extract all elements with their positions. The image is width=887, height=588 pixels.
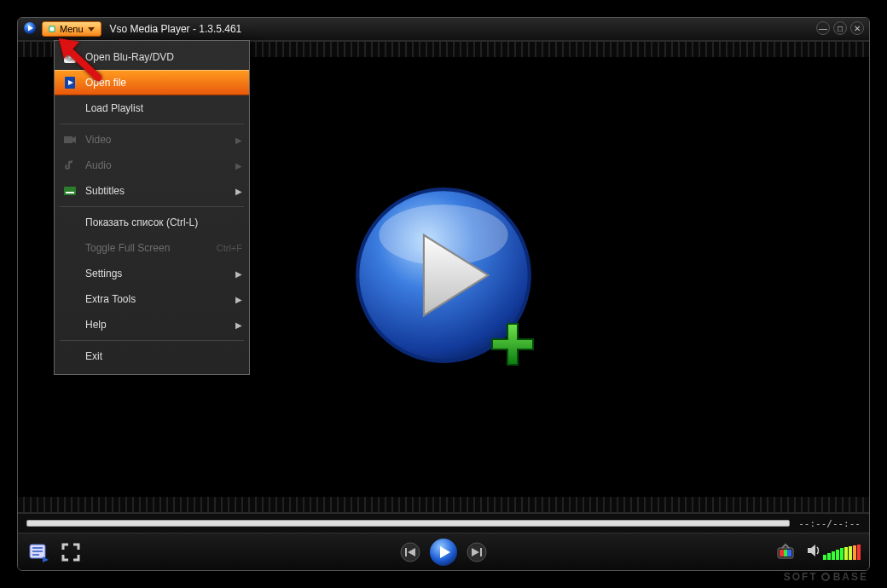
- menu-separator: [60, 206, 244, 207]
- app-window: Menu Vso Media Player - 1.3.5.461 — □ ✕ …: [17, 17, 870, 571]
- video-icon: [61, 133, 78, 147]
- svg-rect-13: [64, 187, 76, 195]
- control-bar: [18, 533, 869, 570]
- menu-item-label: Help: [85, 319, 107, 331]
- svg-marker-4: [88, 27, 95, 32]
- window-title: Vso Media Player - 1.3.5.461: [110, 23, 242, 35]
- submenu-arrow-icon: ▶: [235, 295, 242, 304]
- submenu-arrow-icon: ▶: [235, 187, 242, 196]
- menu-item-label: Audio: [85, 159, 112, 171]
- time-display: --:--/--:--: [798, 519, 861, 528]
- svg-point-8: [69, 56, 72, 59]
- app-icon: [23, 21, 37, 37]
- play-button[interactable]: [429, 538, 458, 567]
- next-button[interactable]: [465, 540, 489, 564]
- speaker-icon: [806, 543, 821, 562]
- chevron-down-icon: [87, 25, 96, 33]
- menu-item-audio: Audio ▶: [55, 153, 249, 178]
- svg-rect-32: [780, 550, 784, 556]
- titlebar: Menu Vso Media Player - 1.3.5.461 — □ ✕: [18, 18, 869, 40]
- playlist-button[interactable]: [26, 540, 50, 564]
- menu-item-open-file[interactable]: Open file: [55, 70, 249, 95]
- plus-icon: [487, 319, 538, 373]
- submenu-arrow-icon: ▶: [235, 161, 242, 170]
- svg-rect-11: [64, 136, 72, 143]
- svg-rect-30: [480, 548, 482, 556]
- menu-separator: [60, 340, 244, 341]
- menu-item-label: Video: [85, 134, 111, 146]
- svg-rect-14: [66, 192, 74, 193]
- menu-item-extra-tools[interactable]: Extra Tools ▶: [55, 286, 249, 312]
- play-add-button[interactable]: [354, 186, 533, 368]
- seek-bar: --:--/--:--: [18, 514, 869, 533]
- maximize-button[interactable]: □: [833, 21, 847, 35]
- note-icon: [61, 159, 78, 172]
- menu-item-exit[interactable]: Exit: [55, 343, 249, 369]
- menu-item-open-bluray[interactable]: Open Blu-Ray/DVD: [55, 44, 249, 70]
- menu-item-load-playlist[interactable]: Load Playlist: [55, 95, 249, 121]
- menu-item-settings[interactable]: Settings ▶: [55, 261, 249, 286]
- main-menu-dropdown: Open Blu-Ray/DVD Open file Load Playlist…: [54, 40, 250, 375]
- submenu-arrow-icon: ▶: [235, 269, 242, 279]
- volume-control[interactable]: [806, 543, 861, 562]
- svg-marker-35: [808, 545, 815, 556]
- submenu-arrow-icon: ▶: [235, 320, 242, 330]
- svg-rect-34: [787, 550, 791, 556]
- menu-item-label: Open file: [85, 77, 126, 89]
- menu-item-label: Exit: [85, 350, 102, 362]
- close-button[interactable]: ✕: [850, 21, 864, 35]
- menu-item-label: Toggle Full Screen: [85, 242, 170, 254]
- svg-rect-3: [50, 27, 55, 32]
- fullscreen-button[interactable]: [59, 540, 83, 564]
- disc-icon: [61, 50, 78, 64]
- minimize-button[interactable]: —: [816, 21, 830, 35]
- file-play-icon: [61, 76, 78, 89]
- volume-bars[interactable]: [823, 545, 861, 560]
- menu-item-label: Subtitles: [85, 185, 125, 197]
- menu-button[interactable]: Menu: [42, 21, 101, 37]
- submenu-arrow-icon: ▶: [235, 135, 242, 145]
- menu-item-toggle-fullscreen: Toggle Full Screen Ctrl+F: [55, 235, 249, 261]
- menu-item-label: Load Playlist: [85, 102, 143, 114]
- menu-item-label: Settings: [85, 268, 122, 280]
- prev-button[interactable]: [398, 540, 422, 564]
- menu-item-help[interactable]: Help ▶: [55, 312, 249, 337]
- svg-rect-33: [784, 550, 787, 556]
- svg-marker-22: [43, 556, 49, 562]
- watermark: SOFT BASE: [784, 571, 868, 583]
- tv-button[interactable]: [774, 540, 797, 564]
- svg-rect-24: [405, 548, 407, 556]
- menu-item-show-list[interactable]: Показать список (Ctrl-L): [55, 210, 249, 235]
- app-tiny-icon: [48, 25, 56, 33]
- menu-item-label: Open Blu-Ray/DVD: [85, 51, 174, 63]
- menu-shortcut: Ctrl+F: [217, 243, 242, 253]
- menu-separator: [60, 124, 244, 124]
- watermark-dot-icon: [821, 573, 830, 581]
- svg-marker-12: [72, 136, 76, 143]
- menu-item-video: Video ▶: [55, 127, 249, 153]
- seek-track[interactable]: [26, 520, 790, 527]
- subtitle-icon: [61, 184, 78, 198]
- menu-button-label: Menu: [60, 24, 84, 34]
- menu-item-label: Показать список (Ctrl-L): [85, 216, 198, 228]
- menu-item-subtitles[interactable]: Subtitles ▶: [55, 178, 249, 204]
- menu-item-label: Extra Tools: [85, 293, 136, 305]
